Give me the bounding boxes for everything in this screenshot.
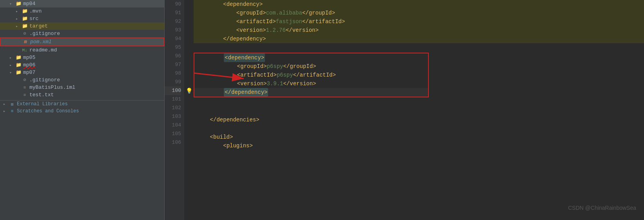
code-lines[interactable]: <dependency> <groupId>com.alibaba</group…	[194, 0, 644, 220]
sidebar-item-mvn[interactable]: 📁 .mvn	[0, 7, 164, 15]
gutter-104	[184, 121, 194, 130]
code-91-closetag: groupId	[309, 9, 332, 17]
ln-90: 90	[165, 0, 181, 9]
gitignore1-icon: ⊘	[21, 31, 28, 37]
ln-100: 100	[165, 86, 181, 95]
sidebar-item-mp04[interactable]: 📁 mp04	[0, 0, 164, 7]
gutter-95	[184, 43, 194, 52]
code-line-94: </dependency>	[194, 35, 644, 43]
ln-106: 106	[165, 138, 181, 147]
mp07-arrow	[9, 70, 15, 75]
gitignore2-label: .gitignore	[29, 77, 60, 83]
mp05-arrow	[9, 55, 15, 60]
code-99-b2: >	[263, 79, 267, 88]
gutter-106	[184, 138, 194, 147]
code-line-100: </dependency>	[194, 88, 428, 97]
sidebar-item-mp07[interactable]: 📁 mp07	[0, 69, 164, 76]
code-91-val: com.alibaba	[266, 9, 302, 17]
line-numbers: 90 91 92 93 94 95 96 97 98 99 100 101 10…	[165, 0, 184, 220]
code-line-91: <groupId>com.alibaba</groupId>	[194, 9, 644, 17]
src-arrow	[16, 16, 21, 21]
code-90-tag: dependency	[227, 0, 259, 9]
code-90-indent	[197, 0, 223, 9]
code-103-b2: >	[256, 116, 259, 124]
sidebar-item-mp05[interactable]: 📁 mp05	[0, 54, 164, 61]
code-97-val: p6spy	[267, 62, 283, 71]
code-92-b1: <	[236, 17, 239, 26]
gutter-96	[184, 52, 194, 60]
sidebar-item-readmemd[interactable]: M↓ readme.md	[0, 46, 164, 54]
pomxml-label: pom.xml	[30, 39, 52, 45]
code-line-90: <dependency>	[194, 0, 644, 9]
code-94-tag: dependency	[230, 35, 263, 43]
code-97-b3: </	[283, 62, 290, 71]
gutter-91	[184, 9, 194, 17]
code-106-b1: <	[223, 141, 226, 150]
sidebar-item-src[interactable]: 📁 src	[0, 15, 164, 22]
gitignore2-icon: ⊘	[21, 77, 28, 83]
ln-101: 101	[165, 95, 181, 104]
code-100-tag: dependency	[231, 89, 264, 95]
code-line-105: <build>	[194, 133, 644, 141]
code-91-indent	[197, 9, 236, 17]
code-98-b3: </	[293, 71, 300, 79]
mp07-folder-icon: 📁	[15, 70, 22, 75]
gutter-105	[184, 130, 194, 138]
code-92-val: fastjson	[276, 17, 302, 26]
code-line-95	[194, 43, 644, 52]
sidebar-item-gitignore1[interactable]: ⊘ .gitignore	[0, 30, 164, 37]
gutter-102	[184, 104, 194, 112]
code-106-tag: plugins	[227, 141, 250, 150]
code-92-b4: >	[342, 17, 345, 26]
mp07-label: mp07	[23, 70, 35, 75]
gutter-103	[184, 112, 194, 121]
code-97-tag: groupId	[240, 62, 263, 71]
mybatisplus-icon: ≡	[21, 85, 28, 90]
ln-103: 103	[165, 112, 181, 121]
code-98-b2: >	[273, 71, 276, 79]
code-94-indent	[197, 35, 223, 43]
code-91-tag: groupId	[239, 9, 263, 17]
target-label: target	[29, 23, 48, 29]
mp06-label: mp06	[23, 62, 35, 68]
code-105-tag: build	[213, 133, 230, 141]
sidebar-item-gitignore2[interactable]: ⊘ .gitignore	[0, 76, 164, 84]
code-92-tag: artifactId	[239, 17, 272, 26]
gitignore1-label: .gitignore	[29, 31, 60, 37]
code-90-bracket2: >	[259, 0, 263, 9]
sidebar-item-pomxml[interactable]: m pom.xml	[0, 37, 164, 46]
sidebar-item-scratches[interactable]: ≡ Scratches and Consoles	[0, 108, 164, 115]
code-92-indent	[197, 17, 236, 26]
mvn-folder-icon: 📁	[21, 8, 28, 14]
sidebar-item-extlibs[interactable]: ⊞ External Libraries	[0, 101, 164, 108]
code-line-103: </dependencies>	[194, 116, 644, 124]
sidebar-item-target[interactable]: 📁 target	[0, 22, 164, 30]
gutter-100-lightbulb[interactable]: 💡	[184, 86, 194, 95]
code-97-b1: <	[237, 62, 240, 71]
scratches-arrow	[3, 109, 9, 114]
code-100-b2: >	[264, 89, 267, 95]
sidebar-item-mybatisplus[interactable]: ≡ myBatisPlus.iml	[0, 84, 164, 91]
code-line-99: <version>3.9.1</version>	[194, 79, 428, 88]
code-93-b3: </	[286, 26, 292, 35]
code-93-b2: >	[263, 26, 266, 35]
ln-97: 97	[165, 60, 181, 69]
code-98-closetag: artifactId	[299, 71, 332, 79]
code-98-tag: artifactId	[240, 71, 273, 79]
watermark: CSDN @ChinaRainbowSea	[568, 204, 636, 212]
testtxt-label: test.txt	[29, 92, 54, 98]
readmemd-icon: M↓	[21, 48, 28, 53]
code-100-indent	[198, 88, 224, 97]
target-arrow	[16, 24, 21, 29]
sidebar-item-testtxt[interactable]: ≡ test.txt	[0, 91, 164, 99]
red-box: <dependency> <groupId>p6spy</groupId> <a…	[194, 53, 429, 97]
sidebar-item-mp06[interactable]: 📁 mp06	[0, 61, 164, 69]
code-line-98: <artifactId>p6spy</artifactId>	[194, 71, 428, 79]
code-99-indent	[198, 79, 237, 88]
code-93-val: 1.2.76	[266, 26, 285, 35]
code-99-tag: version	[240, 79, 263, 88]
code-area: 90 91 92 93 94 95 96 97 98 99 100 101 10…	[165, 0, 644, 220]
pomxml-icon: m	[22, 39, 29, 45]
code-105-indent	[197, 133, 210, 141]
code-line-102	[194, 107, 644, 116]
